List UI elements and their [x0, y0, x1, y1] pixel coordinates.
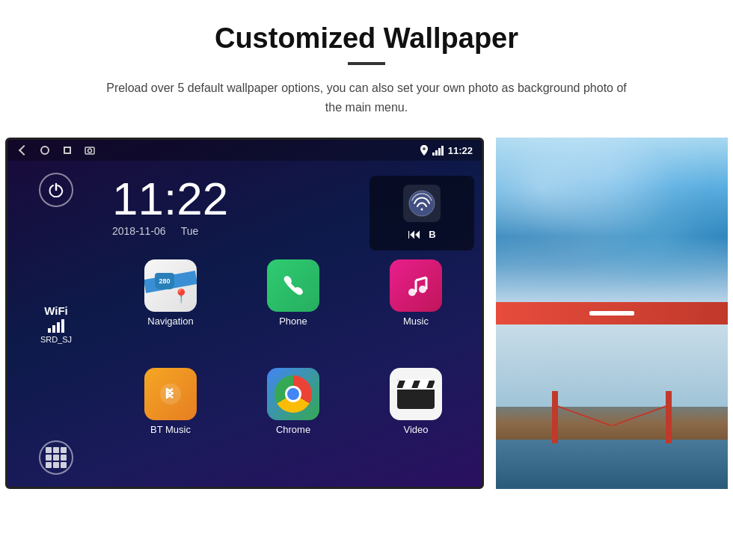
home-nav-icon[interactable]	[39, 144, 51, 156]
wallpaper-ice[interactable]	[496, 138, 728, 302]
status-time: 11:22	[448, 145, 473, 156]
wifi-bars	[40, 319, 72, 333]
prev-track-icon[interactable]: ⏮	[408, 227, 421, 242]
app-label-chrome: Chrome	[276, 424, 310, 435]
svg-point-1	[88, 149, 92, 153]
clock-block: 11:22 2018-11-06 Tue	[112, 176, 362, 237]
android-main: WiFi SRD_SJ	[7, 161, 482, 487]
media-text: B	[429, 229, 435, 240]
app-item-navigation[interactable]: 280 📍 Navigation	[112, 259, 229, 362]
power-button[interactable]	[39, 173, 73, 207]
clock-day-value: Tue	[181, 225, 199, 237]
recents-nav-icon[interactable]	[61, 144, 73, 156]
clock-area: 11:22 2018-11-06 Tue	[105, 168, 482, 250]
clock-time: 11:22	[112, 176, 362, 222]
svg-point-2	[423, 147, 426, 150]
android-center: 11:22 2018-11-06 Tue	[105, 161, 482, 487]
wifi-ssid: SRD_SJ	[40, 335, 72, 344]
location-icon	[420, 145, 428, 156]
svg-line-8	[416, 277, 426, 280]
signal-icon	[432, 146, 444, 156]
clock-date: 2018-11-06 Tue	[112, 225, 362, 237]
app-label-music: Music	[403, 316, 429, 327]
clock-date-value: 2018-11-06	[112, 225, 166, 237]
wifi-label: WiFi	[40, 304, 72, 317]
status-right: 11:22	[420, 145, 473, 156]
app-item-chrome[interactable]: Chrome	[235, 368, 352, 470]
status-nav-icons	[16, 144, 96, 156]
app-item-music[interactable]: Music	[358, 259, 474, 362]
app-label-navigation: Navigation	[147, 316, 193, 327]
app-grid: 280 📍 Navigation Phone	[105, 250, 482, 479]
page-subtitle: Preload over 5 default wallpaper options…	[97, 79, 636, 117]
video-icon	[390, 368, 442, 420]
map-shield: 280	[155, 273, 174, 289]
wifi-info: WiFi SRD_SJ	[40, 304, 72, 344]
android-screen: 11:22 WiFi	[5, 138, 484, 489]
app-label-video: Video	[403, 424, 428, 435]
status-bar: 11:22	[7, 140, 482, 161]
app-item-btmusic[interactable]: BT Music	[112, 368, 229, 470]
map-pin-icon: 📍	[173, 288, 189, 304]
chrome-icon	[267, 368, 319, 420]
phone-icon	[267, 259, 319, 312]
wallpaper-strip	[496, 302, 728, 324]
app-item-video[interactable]: Video	[358, 368, 474, 470]
media-controls: ⏮ B	[408, 227, 435, 242]
media-icon	[403, 185, 441, 222]
wallpaper-bridge[interactable]	[496, 324, 728, 489]
apps-grid-button[interactable]	[39, 440, 73, 475]
media-widget: ⏮ B	[369, 176, 474, 250]
screenshot-nav-icon[interactable]	[84, 144, 96, 156]
wallpaper-thumbnails	[496, 138, 728, 489]
app-label-btmusic: BT Music	[150, 424, 191, 435]
wifi-media-icon	[408, 190, 435, 217]
app-label-phone: Phone	[279, 316, 307, 327]
apps-grid-dots	[46, 447, 67, 468]
title-divider	[348, 62, 385, 65]
back-nav-icon[interactable]	[16, 144, 28, 156]
android-sidebar: WiFi SRD_SJ	[7, 161, 105, 487]
app-item-phone[interactable]: Phone	[235, 259, 352, 362]
navigation-icon: 280 📍	[144, 259, 197, 312]
music-icon	[390, 259, 442, 312]
content-area: 11:22 WiFi	[15, 138, 718, 489]
btmusic-icon	[144, 368, 197, 420]
page-title: Customized Wallpaper	[215, 22, 518, 55]
